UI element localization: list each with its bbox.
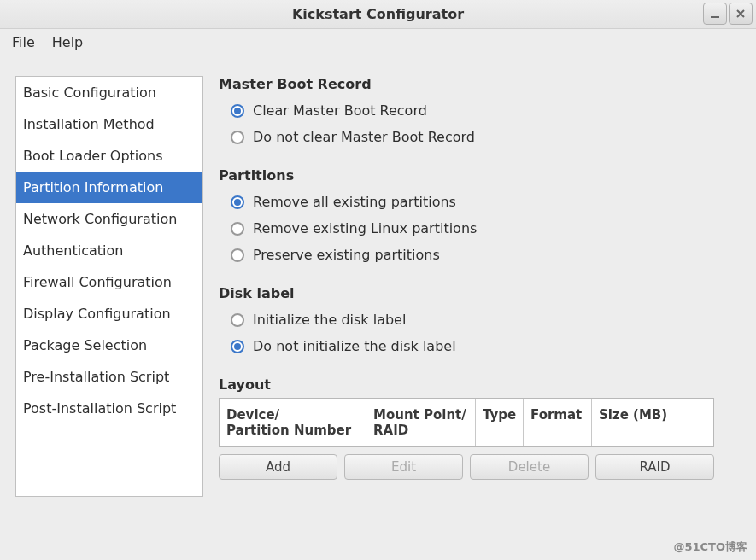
menubar: File Help bbox=[0, 29, 756, 55]
window-title: Kickstart Configurator bbox=[292, 6, 464, 22]
disklabel-init-label: Initialize the disk label bbox=[253, 312, 406, 328]
sidebar-item-partition-information[interactable]: Partition Information bbox=[16, 172, 202, 203]
menu-help[interactable]: Help bbox=[44, 30, 91, 55]
disklabel-noinit-label: Do not initialize the disk label bbox=[253, 338, 456, 354]
watermark: @51CTO博客 bbox=[673, 540, 747, 555]
col-mountpoint[interactable]: Mount Point/ RAID bbox=[366, 399, 476, 446]
radio-icon bbox=[231, 195, 244, 209]
sidebar-item-boot-loader-options[interactable]: Boot Loader Options bbox=[16, 140, 202, 172]
sidebar-item-installation-method[interactable]: Installation Method bbox=[16, 108, 202, 140]
mbr-clear-label: Clear Master Boot Record bbox=[253, 102, 427, 119]
raid-button[interactable]: RAID bbox=[595, 454, 714, 480]
radio-icon bbox=[231, 340, 244, 353]
partitions-remove-linux-label: Remove existing Linux partitions bbox=[253, 220, 477, 236]
minimize-button[interactable] bbox=[703, 3, 727, 25]
window-controls bbox=[703, 3, 753, 25]
mbr-noclear-label: Do not clear Master Boot Record bbox=[253, 129, 475, 145]
minimize-icon bbox=[710, 9, 720, 19]
disklabel-noinit-row[interactable]: Do not initialize the disk label bbox=[219, 333, 741, 359]
disklabel-init-row[interactable]: Initialize the disk label bbox=[219, 306, 741, 333]
col-size[interactable]: Size (MB) bbox=[592, 399, 713, 446]
radio-icon bbox=[231, 248, 244, 262]
sidebar-item-display-configuration[interactable]: Display Configuration bbox=[16, 298, 202, 330]
mbr-clear-row[interactable]: Clear Master Boot Record bbox=[219, 97, 741, 124]
section-disk-label: Disk label Initialize the disk label Do … bbox=[219, 285, 741, 359]
delete-button[interactable]: Delete bbox=[470, 454, 589, 480]
mbr-header: Master Boot Record bbox=[219, 76, 741, 92]
sidebar-item-network-configuration[interactable]: Network Configuration bbox=[16, 203, 202, 235]
content-area: Basic Configuration Installation Method … bbox=[0, 55, 756, 497]
partitions-remove-linux-row[interactable]: Remove existing Linux partitions bbox=[219, 215, 741, 242]
sidebar-item-basic-configuration[interactable]: Basic Configuration bbox=[16, 77, 202, 108]
radio-icon bbox=[231, 222, 244, 236]
section-mbr: Master Boot Record Clear Master Boot Rec… bbox=[219, 76, 741, 150]
close-button[interactable] bbox=[729, 3, 753, 25]
add-button[interactable]: Add bbox=[219, 454, 337, 480]
titlebar: Kickstart Configurator bbox=[0, 0, 756, 29]
partitions-header: Partitions bbox=[219, 167, 741, 184]
radio-icon bbox=[231, 313, 244, 327]
mbr-noclear-row[interactable]: Do not clear Master Boot Record bbox=[219, 124, 741, 150]
col-type[interactable]: Type bbox=[476, 399, 524, 446]
svg-rect-0 bbox=[711, 16, 719, 18]
main-panel: Master Boot Record Clear Master Boot Rec… bbox=[219, 76, 741, 497]
partitions-remove-all-label: Remove all existing partitions bbox=[253, 194, 456, 210]
col-format[interactable]: Format bbox=[524, 399, 592, 446]
sidebar-item-pre-installation-script[interactable]: Pre-Installation Script bbox=[16, 361, 202, 393]
sidebar-item-authentication[interactable]: Authentication bbox=[16, 235, 202, 266]
radio-icon bbox=[231, 131, 244, 144]
partitions-remove-all-row[interactable]: Remove all existing partitions bbox=[219, 189, 741, 215]
layout-buttons: Add Edit Delete RAID bbox=[219, 454, 714, 480]
section-partitions: Partitions Remove all existing partition… bbox=[219, 167, 741, 268]
close-icon bbox=[735, 9, 746, 19]
sidebar-item-post-installation-script[interactable]: Post-Installation Script bbox=[16, 393, 202, 424]
partitions-preserve-row[interactable]: Preserve existing partitions bbox=[219, 242, 741, 268]
edit-button[interactable]: Edit bbox=[344, 454, 463, 480]
section-layout: Layout Device/ Partition Number Mount Po… bbox=[219, 376, 741, 480]
radio-icon bbox=[231, 104, 244, 118]
layout-header: Layout bbox=[219, 376, 741, 393]
layout-table-header: Device/ Partition Number Mount Point/ RA… bbox=[220, 399, 713, 446]
menu-file[interactable]: File bbox=[3, 30, 44, 55]
sidebar-item-firewall-configuration[interactable]: Firewall Configuration bbox=[16, 266, 202, 298]
partitions-preserve-label: Preserve existing partitions bbox=[253, 247, 440, 263]
col-device[interactable]: Device/ Partition Number bbox=[220, 399, 366, 446]
layout-table: Device/ Partition Number Mount Point/ RA… bbox=[219, 398, 714, 447]
disklabel-header: Disk label bbox=[219, 285, 741, 301]
sidebar: Basic Configuration Installation Method … bbox=[15, 76, 203, 497]
sidebar-item-package-selection[interactable]: Package Selection bbox=[16, 330, 202, 361]
